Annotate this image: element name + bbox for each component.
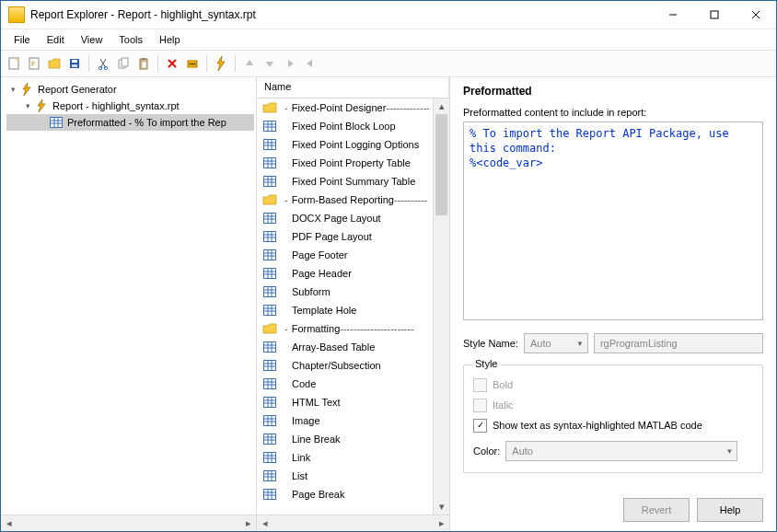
color-dropdown[interactable]: Auto ▼ — [505, 441, 737, 461]
field-value: rgProgramListing — [600, 338, 678, 349]
titlebar: Report Explorer - Report - highlight_syn… — [1, 1, 776, 29]
list-item-label: Fixed-Point Designer — [292, 102, 387, 113]
list-item[interactable]: Fixed Point Logging Options — [257, 135, 433, 154]
scroll-track[interactable] — [17, 516, 240, 530]
new-blank-button[interactable] — [5, 54, 23, 73]
list-item[interactable]: PDF Page Layout — [257, 227, 433, 246]
tree-label: Report Generator — [38, 84, 117, 95]
content-textarea[interactable]: % To import the Report API Package, use … — [463, 121, 763, 320]
list-item[interactable]: List — [257, 467, 433, 485]
tree-report[interactable]: ▾ Report - highlight_syntax.rpt — [6, 98, 254, 114]
scroll-right-icon[interactable]: ▸ — [434, 516, 449, 530]
list-item[interactable]: Subform — [257, 283, 433, 301]
properties-title: Preformatted — [463, 85, 763, 98]
table-icon — [262, 231, 277, 242]
list-vscrollbar[interactable]: ▴ ▾ — [433, 98, 449, 515]
column-name[interactable]: Name — [257, 77, 449, 98]
list-item[interactable]: -Fixed-Point Designer ------------- — [257, 98, 433, 117]
code-line: %<code_var> — [470, 156, 757, 170]
scroll-thumb[interactable] — [435, 114, 447, 215]
list-item[interactable]: Page Break — [257, 485, 433, 503]
cut-button[interactable] — [94, 54, 112, 73]
tree-view[interactable]: ▾ Report Generator ▾ Report - highlight_… — [1, 77, 256, 515]
svg-point-20 — [194, 64, 196, 65]
menu-edit[interactable]: Edit — [40, 32, 72, 47]
list-item[interactable]: Chapter/Subsection — [257, 356, 433, 375]
move-right-button[interactable] — [281, 54, 299, 73]
list-item[interactable]: Line Break — [257, 430, 433, 448]
svg-rect-28 — [264, 121, 275, 131]
list-item[interactable]: DOCX Page Layout — [257, 209, 433, 227]
scroll-track[interactable] — [434, 114, 449, 499]
svg-rect-58 — [264, 232, 275, 241]
scroll-up-icon[interactable]: ▴ — [434, 98, 449, 114]
list-item[interactable]: HTML Text — [257, 393, 433, 411]
code-line: % To import the Report API Package, use … — [470, 126, 757, 156]
report-icon — [34, 99, 49, 112]
list-item[interactable]: Page Header — [257, 264, 433, 283]
chevron-down-icon: ▼ — [576, 340, 584, 348]
list-item-label: Array-Based Table — [292, 341, 375, 353]
svg-rect-106 — [264, 398, 275, 407]
scroll-track[interactable] — [273, 516, 434, 530]
list-item-label: PDF Page Layout — [292, 231, 372, 242]
tree-preformatted[interactable]: Preformatted - % To import the Rep — [6, 114, 254, 131]
list-item[interactable]: -Formatting ---------------------- — [257, 319, 433, 338]
tree-hscrollbar[interactable]: ◂ ▸ — [1, 515, 256, 531]
revert-button[interactable]: Revert — [623, 498, 690, 522]
table-icon — [262, 268, 277, 279]
scroll-down-icon[interactable]: ▾ — [434, 499, 449, 515]
list-item[interactable]: -Form-Based Reporting ---------- — [257, 191, 433, 209]
list-item[interactable]: Code — [257, 375, 433, 393]
tree-root[interactable]: ▾ Report Generator — [6, 81, 254, 98]
list-item[interactable]: Image — [257, 411, 433, 430]
list-item[interactable]: Fixed Point Block Loop — [257, 117, 433, 135]
close-button[interactable] — [735, 1, 776, 29]
list-item[interactable]: Template Hole — [257, 301, 433, 319]
list-item[interactable]: Array-Based Table — [257, 338, 433, 356]
style-name-field[interactable]: rgProgramListing — [594, 333, 763, 353]
scroll-left-icon[interactable]: ◂ — [257, 516, 273, 530]
close-icon — [751, 10, 760, 19]
scroll-right-icon[interactable]: ▸ — [240, 516, 256, 530]
move-down-button[interactable] — [261, 54, 279, 73]
new-form-button[interactable]: F — [25, 54, 43, 73]
paste-button[interactable] — [134, 54, 153, 73]
scroll-left-icon[interactable]: ◂ — [1, 516, 17, 530]
syntax-highlight-checkbox[interactable]: ✓ — [473, 419, 487, 433]
list-item[interactable]: Fixed Point Property Table — [257, 154, 433, 172]
delete-button[interactable] — [163, 54, 181, 73]
list-item[interactable]: Link — [257, 448, 433, 467]
help-button[interactable]: Help — [697, 498, 763, 522]
menu-tools[interactable]: Tools — [111, 32, 150, 47]
component-button[interactable] — [183, 54, 202, 73]
content-label: Preformatted content to include in repor… — [463, 107, 763, 118]
list-item-label: DOCX Page Layout — [292, 213, 381, 224]
svg-rect-1 — [711, 11, 718, 18]
copy-button[interactable] — [114, 54, 133, 73]
style-name-mode-dropdown[interactable]: Auto ▼ — [524, 333, 588, 353]
list-hscrollbar[interactable]: ◂ ▸ — [257, 515, 449, 531]
list-header[interactable]: Name — [257, 77, 449, 98]
list-item-label: Line Break — [292, 434, 341, 445]
list-item-label: Fixed Point Logging Options — [292, 139, 419, 150]
svg-rect-70 — [264, 269, 275, 278]
minimize-button[interactable] — [652, 1, 693, 29]
move-left-button[interactable] — [301, 54, 319, 73]
list-item[interactable]: Page Footer — [257, 246, 433, 264]
menu-view[interactable]: View — [74, 32, 110, 47]
save-button[interactable] — [65, 54, 84, 73]
maximize-button[interactable] — [693, 1, 735, 29]
expand-icon[interactable]: ▾ — [21, 101, 34, 110]
expand-icon[interactable]: ▾ — [6, 85, 19, 94]
open-button[interactable] — [45, 54, 64, 73]
component-list[interactable]: -Fixed-Point Designer -------------Fixed… — [257, 98, 433, 515]
list-item[interactable]: Fixed Point Summary Table — [257, 172, 433, 191]
table-icon — [262, 470, 277, 481]
menu-help[interactable]: Help — [152, 32, 188, 47]
move-up-button[interactable] — [240, 54, 259, 73]
svg-rect-124 — [264, 453, 275, 462]
run-button[interactable] — [212, 54, 230, 73]
list-item-label: Fixed Point Block Loop — [292, 121, 396, 132]
menu-file[interactable]: File — [6, 32, 38, 47]
